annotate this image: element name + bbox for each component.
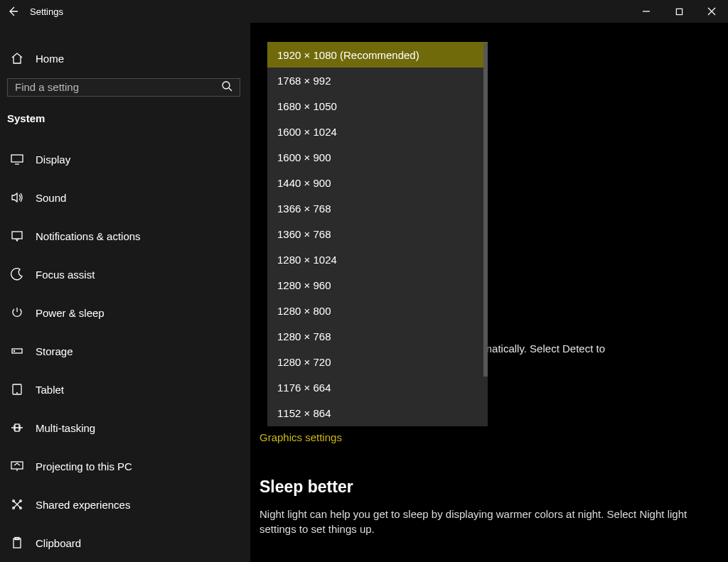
resolution-option[interactable]: 1280 × 720 [267, 349, 488, 374]
close-button[interactable] [695, 0, 728, 23]
nav-item-multitask[interactable]: Multi-tasking [0, 409, 250, 447]
search-placeholder: Find a setting [15, 81, 221, 93]
storage-icon [10, 344, 24, 358]
resolution-option[interactable]: 1600 × 900 [267, 144, 488, 170]
nav-item-storage[interactable]: Storage [0, 332, 250, 370]
search-input[interactable]: Find a setting [7, 78, 240, 97]
nav-item-label: Power & sleep [36, 307, 105, 319]
back-button[interactable] [0, 0, 26, 23]
nav-item-sound[interactable]: Sound [0, 178, 250, 217]
back-arrow-icon [7, 6, 18, 17]
search-icon [221, 80, 232, 94]
notifications-icon [10, 229, 24, 243]
nav-item-project[interactable]: Projecting to this PC [0, 447, 250, 485]
nav-item-label: Clipboard [36, 537, 81, 549]
nav-section-title: System [0, 104, 250, 129]
nav-item-label: Tablet [36, 384, 64, 396]
titlebar: Settings [0, 0, 728, 23]
nav-home-label: Home [36, 53, 64, 65]
nav-home[interactable]: Home [0, 48, 250, 70]
resolution-option[interactable]: 1600 × 1024 [267, 119, 488, 144]
close-icon [707, 7, 716, 16]
nav-item-clipboard[interactable]: Clipboard [0, 524, 250, 562]
power-icon [10, 306, 24, 320]
maximize-button[interactable] [663, 0, 695, 23]
resolution-option[interactable]: 1366 × 768 [267, 195, 488, 221]
focus-icon [10, 267, 24, 281]
resolution-option[interactable]: 1360 × 768 [267, 221, 488, 247]
resolution-dropdown[interactable]: 1920 × 1080 (Recommended)1768 × 9921680 … [267, 42, 488, 426]
tablet-icon [10, 382, 24, 396]
nav-item-label: Multi-tasking [36, 422, 95, 434]
nav-item-notifications[interactable]: Notifications & actions [0, 217, 250, 255]
svg-point-5 [14, 350, 14, 351]
nav-item-focus[interactable]: Focus assist [0, 255, 250, 293]
resolution-option[interactable]: 1280 × 960 [267, 272, 488, 298]
dropdown-scrollbar[interactable] [483, 43, 488, 377]
svg-rect-0 [676, 9, 682, 14]
nav-item-label: Shared experiences [36, 499, 130, 511]
sleep-heading: Sleep better [259, 477, 700, 497]
sound-icon [10, 190, 24, 205]
nav-item-label: Projecting to this PC [36, 460, 132, 472]
nav-item-shared[interactable]: Shared experiences [0, 485, 250, 524]
svg-point-1 [223, 82, 230, 89]
display-icon [10, 152, 24, 166]
project-icon [10, 459, 24, 473]
resolution-option[interactable]: 1280 × 768 [267, 323, 488, 349]
svg-rect-2 [11, 155, 23, 162]
minimize-button[interactable] [630, 0, 663, 23]
home-icon [10, 51, 24, 65]
nav-item-label: Notifications & actions [36, 230, 141, 242]
resolution-option[interactable]: 1176 × 664 [267, 374, 488, 400]
resolution-option[interactable]: 1440 × 900 [267, 170, 488, 195]
resolution-option[interactable]: 1680 × 1050 [267, 93, 488, 119]
graphics-settings-link[interactable]: Graphics settings [259, 431, 700, 443]
sleep-body: Night light can help you get to sleep by… [259, 507, 700, 536]
nav-item-tablet[interactable]: Tablet [0, 370, 250, 409]
nav-pane: Home Find a setting System DisplaySoundN… [0, 23, 250, 562]
minimize-icon [642, 7, 651, 16]
resolution-option[interactable]: 1152 × 864 [267, 400, 488, 426]
clipboard-icon [10, 536, 24, 550]
nav-item-power[interactable]: Power & sleep [0, 293, 250, 332]
svg-rect-3 [12, 232, 22, 239]
nav-item-label: Display [36, 153, 70, 166]
resolution-option[interactable]: 1920 × 1080 (Recommended) [267, 42, 488, 67]
nav-item-label: Storage [36, 345, 73, 357]
shared-icon [10, 497, 24, 512]
nav-item-label: Sound [36, 192, 66, 204]
multitask-icon [10, 421, 24, 435]
nav-item-label: Focus assist [36, 269, 95, 281]
resolution-option[interactable]: 1280 × 1024 [267, 247, 488, 272]
resolution-option[interactable]: 1280 × 800 [267, 298, 488, 323]
window-title: Settings [26, 6, 63, 17]
maximize-icon [675, 8, 683, 16]
resolution-option[interactable]: 1768 × 992 [267, 67, 488, 93]
nav-item-display[interactable]: Display [0, 140, 250, 178]
